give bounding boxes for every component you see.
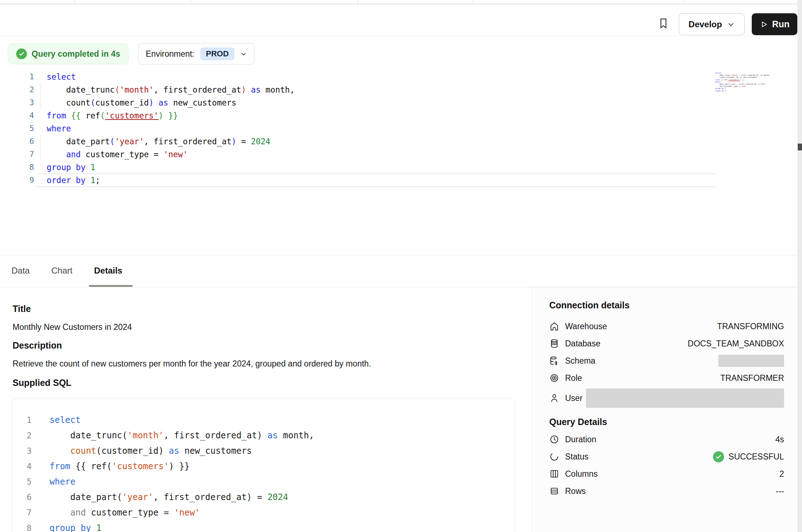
detail-row-rows: Rows--- <box>549 482 784 500</box>
detail-value <box>586 388 784 408</box>
line-number: 3 <box>22 443 32 459</box>
duration-icon <box>549 434 559 444</box>
code-text: date_trunc('month', first_ordered_at) as… <box>50 428 314 443</box>
code-text: count(customer_id) as new_customers <box>50 443 252 459</box>
code-text: date_trunc('month', first_ordered_at) as… <box>47 83 295 96</box>
connection-details-rows: WarehouseTRANSFORMINGDatabaseDOCS_TEAM_S… <box>549 318 784 410</box>
schema-icon <box>549 356 559 366</box>
header-bar: Develop Run <box>0 5 802 36</box>
line-number: 2 <box>20 83 34 96</box>
top-tab-strip <box>0 0 802 3</box>
code-line: 1select <box>12 412 515 428</box>
detail-value: 4s <box>775 435 784 444</box>
code-line: 3 count(customer_id) as new_customers <box>0 96 797 109</box>
code-text: date_part('year', first_ordered_at) = 20… <box>50 490 288 505</box>
develop-dropdown-button[interactable]: Develop <box>679 13 745 35</box>
code-line: 3 count(customer_id) as new_customers <box>12 443 515 459</box>
detail-label: Schema <box>565 356 595 366</box>
code-line: 2 date_trunc('month', first_ordered_at) … <box>12 428 515 443</box>
code-line: 8group by 1 <box>0 161 797 174</box>
develop-label: Develop <box>689 19 722 29</box>
code-text: and customer_type = 'new' <box>47 148 188 161</box>
code-text: order by 1; <box>47 174 100 187</box>
code-line: 8group by 1 <box>12 521 515 532</box>
code-text: count(customer_id) as new_customers <box>47 96 236 109</box>
connection-details-heading: Connection details <box>549 300 784 311</box>
tab-chart[interactable]: Chart <box>51 260 73 281</box>
user-icon <box>549 393 559 403</box>
supplied-sql-card: 1select2 date_trunc('month', first_order… <box>12 398 515 532</box>
detail-label: Warehouse <box>565 322 607 331</box>
details-side-panel: Connection details WarehouseTRANSFORMING… <box>532 287 798 532</box>
bookmark-icon[interactable] <box>656 15 671 31</box>
redacted-value <box>586 388 784 408</box>
environment-dropdown[interactable]: Environment: PROD <box>138 43 255 65</box>
detail-row-warehouse: WarehouseTRANSFORMING <box>549 318 784 335</box>
line-number: 7 <box>20 148 34 161</box>
scrollbar-thumb[interactable] <box>798 144 802 150</box>
detail-label: User <box>565 393 583 403</box>
line-number: 6 <box>20 135 34 148</box>
rows-icon <box>549 486 559 496</box>
tab-divider <box>473 0 474 3</box>
detail-label: Database <box>565 339 600 349</box>
columns-icon <box>549 469 559 479</box>
code-text: group by 1 <box>47 161 95 174</box>
code-line: 4from {{ ref('customers') }} <box>0 109 797 122</box>
title-value: Monthly New Customers in 2024 <box>13 322 132 332</box>
line-number: 3 <box>20 96 34 109</box>
role-icon <box>549 373 559 383</box>
code-text: from {{ ref('customers') }} <box>50 459 190 474</box>
detail-row-database: DatabaseDOCS_TEAM_SANDBOX <box>549 335 784 352</box>
sql-editor[interactable]: 1select2 date_trunc('month', first_order… <box>0 70 797 253</box>
warehouse-icon <box>549 321 559 331</box>
tab-divider <box>684 0 685 3</box>
detail-row-status: StatusSUCCESSFUL <box>549 448 784 465</box>
line-number: 4 <box>20 109 34 122</box>
line-number: 6 <box>22 490 32 505</box>
tab-divider <box>358 0 358 3</box>
line-number: 5 <box>22 474 32 490</box>
detail-value: --- <box>776 486 784 496</box>
detail-value: TRANSFORMER <box>720 373 784 383</box>
editor-minimap[interactable]: select date_trunc('month', first_ordered… <box>715 72 758 92</box>
detail-label: Duration <box>565 435 596 444</box>
detail-label: Role <box>565 373 582 383</box>
code-line: 6 date_part('year', first_ordered_at) = … <box>12 490 515 505</box>
success-check-icon <box>713 451 724 462</box>
line-number: 9 <box>20 174 34 187</box>
tab-divider <box>190 0 191 3</box>
detail-value: 2 <box>779 469 784 479</box>
detail-value: DOCS_TEAM_SANDBOX <box>688 339 784 349</box>
chevron-down-icon <box>727 20 735 28</box>
code-line: 1select <box>0 70 797 83</box>
line-number: 8 <box>22 521 32 532</box>
redacted-value <box>718 355 784 367</box>
query-details-rows: Duration4sStatusSUCCESSFULColumns2Rows--… <box>549 431 784 500</box>
code-text: where <box>47 122 71 135</box>
detail-row-duration: Duration4s <box>549 431 784 448</box>
tab-data[interactable]: Data <box>11 260 30 281</box>
code-text: where <box>50 474 75 490</box>
code-line: 5where <box>0 122 797 135</box>
line-number: 1 <box>22 412 32 428</box>
editor-bottom-divider <box>0 255 802 255</box>
line-number: 1 <box>20 70 34 83</box>
line-number: 7 <box>22 505 32 521</box>
tab-details[interactable]: Details <box>94 260 122 281</box>
code-line: 7 and customer_type = 'new' <box>0 148 797 161</box>
detail-row-user: User <box>549 387 784 410</box>
query-status-badge: Query completed in 4s <box>8 43 129 64</box>
code-line: 6 date_part('year', first_ordered_at) = … <box>0 135 797 148</box>
detail-label: Rows <box>565 486 586 496</box>
database-icon <box>549 339 559 349</box>
query-status-text: Query completed in 4s <box>32 49 120 59</box>
run-button[interactable]: Run <box>752 13 797 35</box>
code-text: and customer_type = 'new' <box>50 505 200 521</box>
scrollbar-track[interactable] <box>798 0 802 532</box>
code-text: select <box>47 70 76 83</box>
detail-value <box>718 355 784 367</box>
environment-label: Environment: <box>146 49 195 59</box>
environment-value-pill: PROD <box>200 47 235 60</box>
play-icon <box>760 20 768 29</box>
